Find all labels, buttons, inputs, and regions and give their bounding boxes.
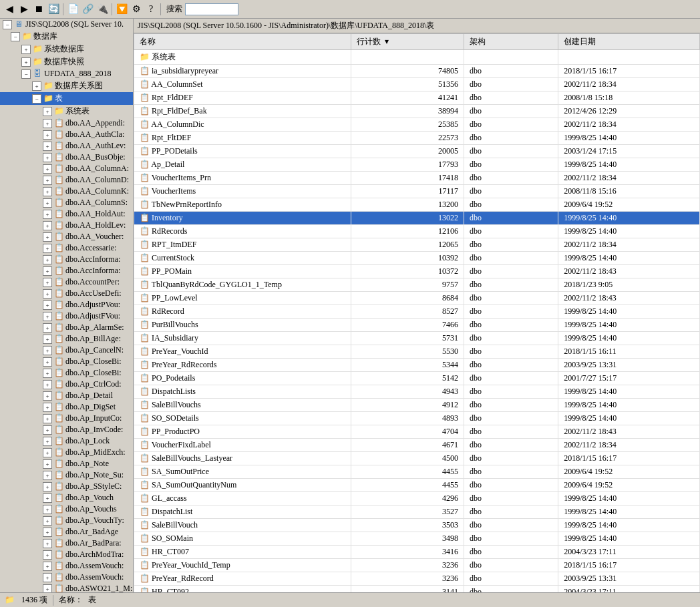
- tree-toggle-23[interactable]: +: [43, 300, 52, 310]
- table-row[interactable]: 📋 VoucherItems17117dbo2008/11/8 15:16: [134, 185, 700, 198]
- sidebar-item-15[interactable]: +📋dbo.AA_HoldAut:: [0, 208, 133, 220]
- sidebar-item-28[interactable]: +📋dbo.Ap_CloseBi:: [0, 356, 133, 367]
- forward-icon[interactable]: ▶: [17, 3, 31, 16]
- tree-toggle-34[interactable]: +: [43, 425, 52, 435]
- tree-toggle-37[interactable]: +: [43, 459, 52, 469]
- table-row[interactable]: 📋 PP_POMain10372dbo2002/11/2 18:43: [134, 265, 700, 278]
- sidebar-item-19[interactable]: +📋dbo.AccInforma:: [0, 254, 133, 265]
- sidebar-item-33[interactable]: +📋dbo.Ap_InputCo:: [0, 413, 133, 424]
- tree-toggle-32[interactable]: +: [43, 403, 52, 412]
- table-row[interactable]: 📋 GL_accass4296dbo1999/8/25 14:40: [134, 492, 700, 505]
- tree-toggle-36[interactable]: +: [43, 448, 52, 457]
- table-row[interactable]: 📋 DispatchLists4943dbo1999/8/25 14:40: [134, 385, 700, 399]
- table-row[interactable]: 📋 SA_SumOutQuantityNum4455dbo2009/6/4 19…: [134, 479, 700, 492]
- tree-toggle-16[interactable]: +: [43, 221, 52, 230]
- tree-toggle-13[interactable]: +: [43, 187, 52, 196]
- table-row[interactable]: 📋 AA_ColumnDic25385dbo2002/11/2 18:34: [134, 118, 700, 132]
- stop-icon[interactable]: ⏹: [32, 3, 45, 16]
- sidebar-item-40[interactable]: +📋dbo.Ap_Vouch: [0, 492, 133, 503]
- tree-toggle-9[interactable]: +: [43, 142, 52, 151]
- new-icon[interactable]: 📄: [66, 3, 79, 16]
- table-row[interactable]: 📋 PreYear_RdRecords5344dbo2003/9/25 13:3…: [134, 359, 700, 372]
- root-toggle[interactable]: −: [3, 20, 12, 29]
- tree-toggle-18[interactable]: +: [43, 244, 52, 253]
- sidebar-item-10[interactable]: +📋dbo.AA_BusObje:: [0, 152, 133, 163]
- tree-toggle-48[interactable]: +: [43, 584, 52, 593]
- table-row[interactable]: 📋 PurBillVouchs7466dbo1999/8/25 14:40: [134, 319, 700, 332]
- col-schema[interactable]: 架构: [464, 34, 558, 50]
- sidebar-item-3[interactable]: −🗄UFDATA_888_2018: [0, 68, 133, 79]
- tree-toggle-39[interactable]: +: [43, 482, 52, 491]
- sidebar-item-20[interactable]: +📋dbo.AccInforma:: [0, 265, 133, 276]
- tree-toggle-38[interactable]: +: [43, 471, 52, 480]
- tree-toggle-0[interactable]: −: [11, 32, 20, 41]
- table-row[interactable]: 📋 SO_SODetails4893dbo1999/8/25 14:40: [134, 412, 700, 425]
- sidebar-item-11[interactable]: +📋dbo.AA_ColumnA:: [0, 163, 133, 174]
- tree-toggle-47[interactable]: +: [43, 573, 52, 582]
- tree-toggle-25[interactable]: +: [43, 323, 52, 333]
- table-row[interactable]: 📋 VoucherItems_Prn17418dbo2002/11/2 18:3…: [134, 172, 700, 185]
- sidebar-item-14[interactable]: +📋dbo.AA_ColumnS:: [0, 197, 133, 208]
- sidebar-item-18[interactable]: +📋dbo.Accessarie:: [0, 242, 133, 254]
- tree-toggle-35[interactable]: +: [43, 437, 52, 446]
- sidebar-item-26[interactable]: +📋dbo.Ap_BillAge:: [0, 333, 133, 345]
- tree-toggle-46[interactable]: +: [43, 562, 52, 571]
- tree-toggle-14[interactable]: +: [43, 198, 52, 208]
- sidebar-item-1[interactable]: +📁系统数据库: [0, 43, 133, 55]
- table-row[interactable]: 📋 Rpt_FldDef_Bak38994dbo2012/4/26 12:29: [134, 105, 700, 118]
- tree-toggle-3[interactable]: −: [21, 69, 31, 79]
- table-row[interactable]: 📋 IA_Subsidiary5731dbo1999/8/25 14:40: [134, 332, 700, 345]
- sidebar-item-45[interactable]: +📋dbo.ArchModTra:: [0, 549, 133, 560]
- table-row[interactable]: 📋 Ap_Detail17793dbo1999/8/25 14:40: [134, 158, 700, 172]
- tree-toggle-20[interactable]: +: [43, 266, 52, 276]
- tree-toggle-28[interactable]: +: [43, 357, 52, 367]
- tree-toggle-40[interactable]: +: [43, 493, 52, 503]
- sidebar-item-27[interactable]: +📋dbo.Ap_CancelN:: [0, 345, 133, 356]
- tree-toggle-22[interactable]: +: [43, 289, 52, 298]
- table-row[interactable]: 📋 HR_CT0073416dbo2004/3/23 17:11: [134, 546, 700, 559]
- table-row[interactable]: 📋 PreYear_VouchId_Temp3236dbo2018/1/15 1…: [134, 559, 700, 572]
- table-row[interactable]: 📋 Rpt_FldDEF41241dbo2008/1/8 15:18: [134, 91, 700, 105]
- tree-toggle-19[interactable]: +: [43, 255, 52, 264]
- sidebar-item-39[interactable]: +📋dbo.Ap_SStyleC:: [0, 481, 133, 492]
- table-row[interactable]: 📋 PP_PODetails20005dbo2003/1/24 17:15: [134, 145, 700, 158]
- tree-toggle-2[interactable]: +: [21, 57, 31, 67]
- table-row[interactable]: 📋 RdRecord8527dbo1999/8/25 14:40: [134, 305, 700, 319]
- sidebar-item-42[interactable]: +📋dbo.Ap_VouchTy:: [0, 515, 133, 526]
- col-name[interactable]: 名称: [134, 34, 351, 50]
- sidebar-item-37[interactable]: +📋dbo.Ap_Note: [0, 458, 133, 469]
- refresh-icon[interactable]: 🔄: [47, 3, 60, 16]
- table-row[interactable]: 📋 SA_SumOutPrice4455dbo2009/6/4 19:52: [134, 465, 700, 479]
- sidebar-item-8[interactable]: +📋dbo.AA_AuthCla:: [0, 129, 133, 140]
- table-row[interactable]: 📁 系统表: [134, 50, 700, 65]
- tree-toggle-5[interactable]: −: [32, 94, 41, 104]
- tree-toggle-45[interactable]: +: [43, 550, 52, 560]
- sidebar-root[interactable]: − 🖥 JIS\SQL2008 (SQL Server 10.: [0, 19, 133, 30]
- properties-icon[interactable]: ⚙: [130, 3, 143, 16]
- tree-toggle-4[interactable]: +: [32, 81, 41, 91]
- tree-toggle-24[interactable]: +: [43, 312, 52, 321]
- sidebar-item-30[interactable]: +📋dbo.Ap_CtrlCod:: [0, 379, 133, 390]
- sidebar-item-44[interactable]: +📋dbo.Ar_BadPara:: [0, 538, 133, 549]
- sidebar-item-0[interactable]: −📁数据库: [0, 30, 133, 43]
- sidebar-item-16[interactable]: +📋dbo.AA_HoldLev:: [0, 220, 133, 231]
- col-count[interactable]: 行计数 ▾: [351, 34, 464, 50]
- back-icon[interactable]: ◀: [3, 3, 16, 16]
- tree-toggle-12[interactable]: +: [43, 176, 52, 185]
- table-row[interactable]: 📋 PP_ProductPO4704dbo2002/11/2 18:43: [134, 425, 700, 439]
- tree-toggle-17[interactable]: +: [43, 232, 52, 242]
- table-row[interactable]: 📋 SaleBillVouch3503dbo1999/8/25 14:40: [134, 519, 700, 532]
- tree-toggle-42[interactable]: +: [43, 516, 52, 526]
- sidebar-item-36[interactable]: +📋dbo.Ap_MidExch:: [0, 447, 133, 458]
- table-row[interactable]: 📋 RdRecords12106dbo1999/8/25 14:40: [134, 225, 700, 238]
- table-row[interactable]: 📋 PP_LowLevel8684dbo2002/11/2 18:43: [134, 292, 700, 305]
- disconnect-icon[interactable]: 🔌: [96, 3, 109, 16]
- table-row[interactable]: 📋 SO_SOMain3498dbo1999/8/25 14:40: [134, 532, 700, 546]
- sidebar-item-38[interactable]: +📋dbo.Ap_Note_Su:: [0, 469, 133, 481]
- tree-toggle-44[interactable]: +: [43, 539, 52, 548]
- tree-toggle-31[interactable]: +: [43, 391, 52, 401]
- tree-toggle-26[interactable]: +: [43, 335, 52, 344]
- sidebar-item-48[interactable]: +📋dbo.ASWO21_1_M:: [0, 583, 133, 592]
- table-row[interactable]: 📋 DispatchList3527dbo1999/8/25 14:40: [134, 505, 700, 519]
- tree-toggle-15[interactable]: +: [43, 210, 52, 219]
